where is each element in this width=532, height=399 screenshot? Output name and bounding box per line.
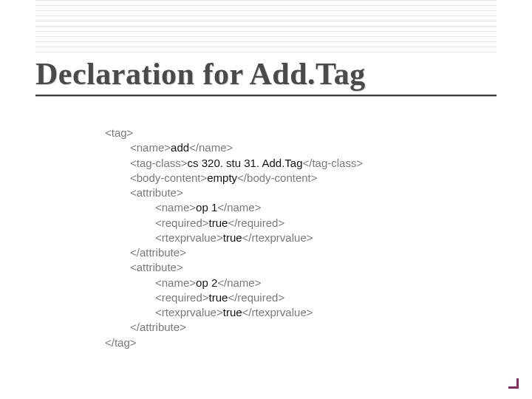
code-tag: </rtexprvalue> xyxy=(242,231,313,244)
slide-title: Declaration for Add.Tag xyxy=(35,58,497,90)
code-tag: <tag-class> xyxy=(130,157,188,169)
code-tag: <body-content> xyxy=(130,171,207,184)
code-tag: </rtexprvalue> xyxy=(242,306,313,318)
code-line: <tag> xyxy=(105,126,133,139)
code-tag: </name> xyxy=(217,201,261,214)
code-tag: <required> xyxy=(155,291,209,304)
code-tag: </body-content> xyxy=(237,171,317,184)
code-tag: </tag-class> xyxy=(303,157,364,169)
code-tag: <required> xyxy=(155,216,209,229)
code-tag: </name> xyxy=(189,141,233,154)
code-tag: </required> xyxy=(228,216,284,229)
code-line: <attribute> xyxy=(130,186,183,199)
title-block: Declaration for Add.Tag xyxy=(35,58,497,96)
code-value: true xyxy=(223,231,242,244)
code-value: true xyxy=(209,291,228,304)
code-value: true xyxy=(223,306,242,318)
code-value: true xyxy=(209,216,228,229)
code-tag: </name> xyxy=(217,276,261,289)
code-value: op 2 xyxy=(196,276,217,289)
code-tag: <rtexprvalue> xyxy=(155,231,223,244)
code-tag: <name> xyxy=(155,276,196,289)
code-value: empty xyxy=(207,171,237,184)
code-value: op 1 xyxy=(196,201,217,214)
title-underline xyxy=(35,95,497,96)
code-tag: <name> xyxy=(130,141,171,154)
code-value: add xyxy=(171,141,189,154)
code-line: </attribute> xyxy=(130,246,186,259)
code-value: cs 320. stu 31. Add.Tag xyxy=(188,157,303,169)
corner-accent-icon xyxy=(505,375,519,389)
xml-declaration-code: <tag> <name>add</name> <tag-class>cs 320… xyxy=(105,126,363,350)
slide: Declaration for Add.Tag <tag> <name>add<… xyxy=(0,0,532,399)
code-line: <attribute> xyxy=(130,261,183,273)
code-line: </tag> xyxy=(105,336,137,349)
code-tag: <name> xyxy=(155,201,196,214)
code-tag: </required> xyxy=(228,291,284,304)
code-line: </attribute> xyxy=(130,321,186,333)
header-rule-lines xyxy=(35,0,497,57)
code-tag: <rtexprvalue> xyxy=(155,306,223,318)
